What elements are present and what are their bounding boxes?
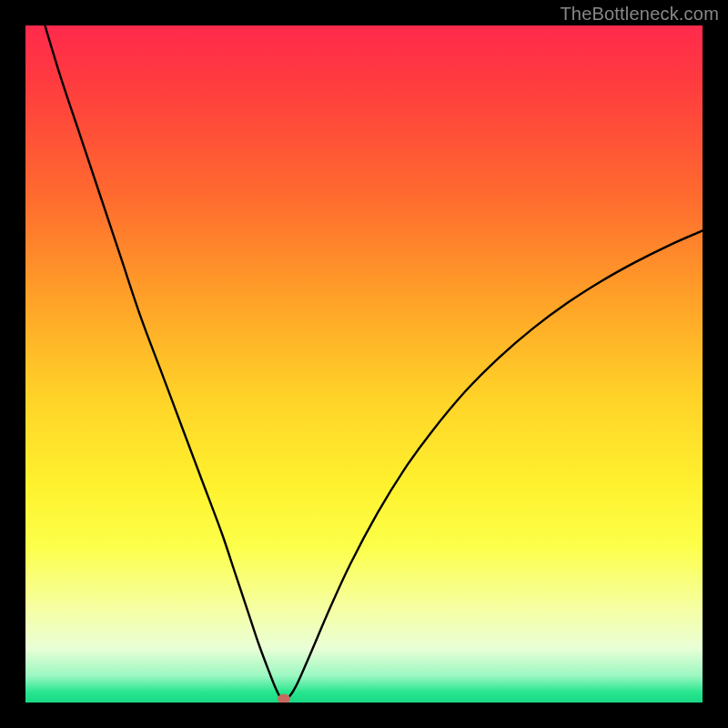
- curve-path: [25, 25, 703, 700]
- chart-frame: TheBottleneck.com: [0, 0, 728, 728]
- bottleneck-curve: [25, 25, 703, 703]
- watermark-text: TheBottleneck.com: [560, 4, 719, 25]
- plot-area: [25, 25, 703, 703]
- optimal-point-marker: [278, 694, 290, 703]
